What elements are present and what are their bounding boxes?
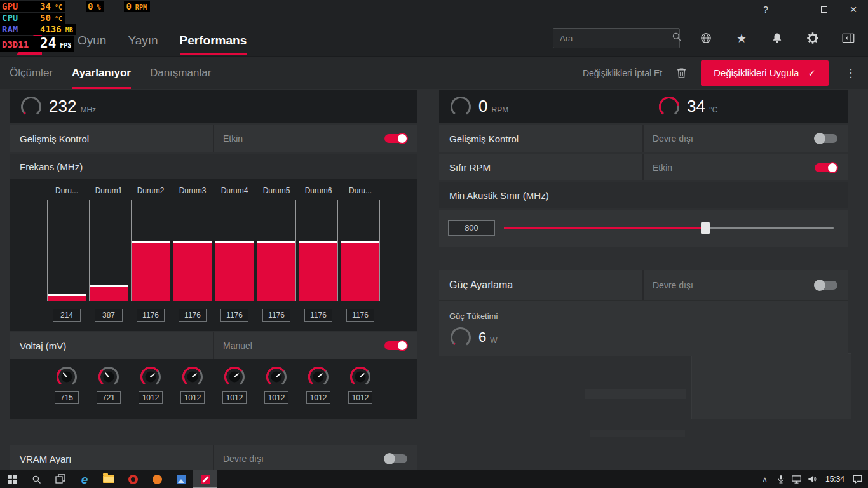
voltage-knob[interactable] <box>181 365 204 388</box>
taskbar-app-orange-icon[interactable] <box>145 470 169 488</box>
frequency-state-6: Durum61176 <box>298 186 339 322</box>
zero-rpm-toggle[interactable] <box>815 163 837 172</box>
vram-toggle[interactable] <box>384 454 407 463</box>
voltage-knob[interactable] <box>223 365 246 388</box>
search-box[interactable] <box>553 28 680 48</box>
frequency-bar[interactable] <box>47 200 86 301</box>
taskbar-search-button[interactable] <box>24 470 48 488</box>
voltage-knob[interactable] <box>349 365 372 388</box>
row-label: Voltaj (mV) <box>10 341 213 351</box>
osd-row-d3d11: D3D1124 FPS <box>0 36 150 52</box>
performance-subnav: Ölçümler Ayarlanıyor Danışmanlar Değişik… <box>0 56 868 89</box>
vram-row: VRAM Ayarı Devre dışı <box>10 445 417 473</box>
close-button[interactable]: × <box>839 0 868 19</box>
frequency-bar[interactable] <box>89 200 128 301</box>
tab-ayarlaniyor[interactable]: Ayarlanıyor <box>72 57 131 89</box>
gpu-advanced-control-toggle[interactable] <box>384 134 407 143</box>
tray-hidden-icons-button[interactable]: ∧ <box>757 470 773 488</box>
frequency-bar[interactable] <box>341 200 380 301</box>
fan-header: 0 RPM 34 °C <box>439 90 848 123</box>
cancel-changes-label[interactable]: Değişiklikleri İptal Et <box>583 68 662 78</box>
voltage-value-box[interactable]: 1012 <box>222 391 247 404</box>
voltage-value-box[interactable]: 1012 <box>264 391 288 404</box>
voltage-value-box[interactable]: 1012 <box>139 391 163 404</box>
row-label: VRAM Ayarı <box>10 454 213 464</box>
task-view-button[interactable] <box>48 470 72 488</box>
frequency-value-box[interactable]: 1176 <box>220 309 248 322</box>
frequency-value-box[interactable]: 1176 <box>179 309 207 322</box>
header-icons: ★ <box>698 28 856 48</box>
voltage-dial-area: 715721101210121012101210121012 <box>10 359 417 419</box>
frequency-bar[interactable] <box>299 200 338 301</box>
frequency-value-box[interactable]: 214 <box>53 309 81 322</box>
frequency-chart-area: Duru...214Durum1387Durum21176Durum31176D… <box>10 179 417 331</box>
taskbar-edge-icon[interactable]: e <box>72 470 97 488</box>
voltage-value-box[interactable]: 721 <box>97 391 121 404</box>
voltage-knob[interactable] <box>97 365 120 388</box>
overlay-panel-icon[interactable] <box>841 30 856 46</box>
row-state: Etkin <box>642 163 815 173</box>
frequency-bar[interactable] <box>215 200 254 301</box>
tray-microphone-icon[interactable] <box>773 470 789 488</box>
gear-icon[interactable] <box>805 30 820 46</box>
voltage-knob[interactable] <box>265 365 288 388</box>
frequency-value-box[interactable]: 1176 <box>262 309 290 322</box>
voltage-value-box[interactable]: 1012 <box>306 391 330 404</box>
taskbar-photos-icon[interactable] <box>169 470 193 488</box>
power-tuning-toggle[interactable] <box>815 281 837 290</box>
apply-changes-button[interactable]: Değişiklikleri Uygula ✓ <box>701 60 829 86</box>
frequency-bar[interactable] <box>257 200 296 301</box>
min-acoustic-slider[interactable] <box>504 227 834 229</box>
minimize-button[interactable]: ─ <box>780 0 810 19</box>
globe-icon[interactable] <box>698 30 714 46</box>
tab-olcumler[interactable]: Ölçümler <box>10 57 53 89</box>
voltage-value-box[interactable]: 1012 <box>348 391 372 404</box>
frequency-bar[interactable] <box>173 200 212 301</box>
maximize-button[interactable] <box>810 0 839 19</box>
gpu-advanced-control-row: Gelişmiş Kontrol Etkin <box>10 125 417 152</box>
help-button[interactable]: ? <box>751 0 780 19</box>
voltage-knob[interactable] <box>139 365 162 388</box>
frequency-bar[interactable] <box>131 200 170 301</box>
frequency-value-box[interactable]: 387 <box>95 309 123 322</box>
start-button[interactable] <box>0 470 24 488</box>
subnav-tabs: Ölçümler Ayarlanıyor Danışmanlar <box>10 57 211 89</box>
tray-speaker-icon[interactable] <box>804 470 820 488</box>
gpu-clock-header: 232 MHz <box>10 90 417 123</box>
tab-danismanlar[interactable]: Danışmanlar <box>150 57 211 89</box>
frequency-value-box[interactable]: 1176 <box>346 309 374 322</box>
power-consumption-panel: Güç Tüketimi 6 W <box>439 300 848 356</box>
action-center-button[interactable] <box>850 470 865 488</box>
voltage-knob[interactable] <box>307 365 330 388</box>
more-options-button[interactable]: ⋮ <box>843 66 859 80</box>
taskbar-clock[interactable]: 15:34 <box>820 475 850 484</box>
performance-overlay: GPU34 °C0 %0 RPMCPU50 °CRAM4136 MBD3D112… <box>0 1 150 52</box>
folder-icon <box>103 475 114 483</box>
star-icon[interactable]: ★ <box>734 30 749 46</box>
power-tuning-row: Güç Ayarlama Devre dışı <box>439 270 848 300</box>
taskbar-file-explorer-icon[interactable] <box>97 470 121 488</box>
state-label: Durum1 <box>95 186 123 196</box>
fan-advanced-control-toggle[interactable] <box>815 134 837 143</box>
search-input[interactable] <box>560 34 672 43</box>
voltage-value-box[interactable]: 715 <box>55 391 79 404</box>
taskbar-radeon-icon[interactable] <box>193 470 217 488</box>
bell-icon[interactable] <box>770 30 785 46</box>
frequency-value-box[interactable]: 1176 <box>137 309 165 322</box>
voltage-dial-4: 1012 <box>214 365 255 404</box>
toggle-knob <box>827 162 838 173</box>
voltage-knob[interactable] <box>55 365 78 388</box>
toggle-knob <box>814 133 825 144</box>
fan-speed-gauge <box>449 95 472 118</box>
frequency-state-7: Duru...1176 <box>340 186 381 322</box>
frequency-value-box[interactable]: 1176 <box>304 309 332 322</box>
tab-performans[interactable]: Performans <box>180 25 247 56</box>
trash-icon[interactable] <box>676 67 687 79</box>
acoustic-slider-handle[interactable] <box>701 222 710 234</box>
min-acoustic-value-box[interactable]: 800 <box>448 220 495 236</box>
voltage-manual-toggle[interactable] <box>384 341 407 350</box>
taskbar-app-red-icon[interactable] <box>121 470 145 488</box>
voltage-value-box[interactable]: 1012 <box>180 391 205 404</box>
tray-network-icon[interactable] <box>789 470 804 488</box>
gpu-clock-value: 232 <box>49 97 76 116</box>
